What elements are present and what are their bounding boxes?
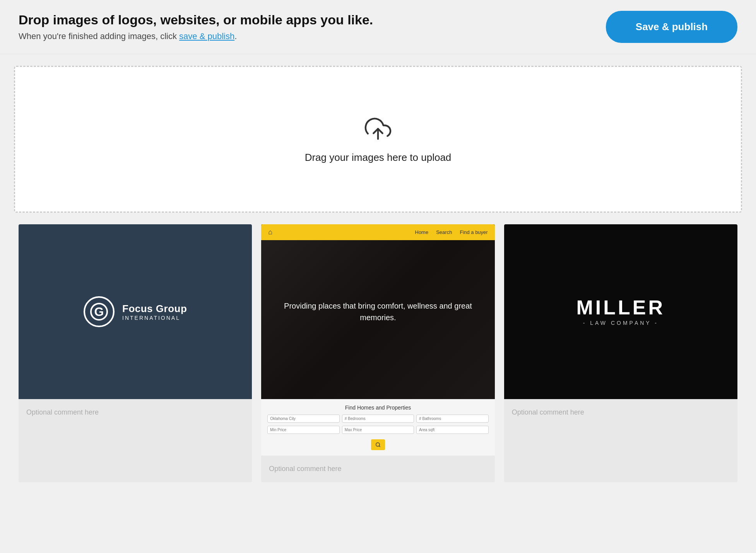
realestate-nav-search: Search <box>436 229 452 235</box>
header-subtitle-pre: When you're finished adding images, clic… <box>19 31 179 41</box>
card-realestate-image: ⌂ Home Search Find a buyer Providing pla… <box>261 224 494 399</box>
realestate-search-title: Find Homes and Properties <box>267 405 488 411</box>
search-field-minprice[interactable] <box>267 426 339 434</box>
realestate-logo-icon: ⌂ <box>268 228 272 236</box>
search-field-maxprice[interactable] <box>342 426 414 434</box>
svg-line-2 <box>379 446 380 447</box>
search-fields-row2 <box>267 426 488 434</box>
focus-group-icon-letter: G <box>94 305 104 319</box>
cards-grid: G Focus Group INTERNATIONAL Optional com… <box>0 224 756 482</box>
search-field-area[interactable] <box>416 426 488 434</box>
card-miller-law-image: MILLER - LAW COMPANY - <box>504 224 737 399</box>
header-text-block: Drop images of logos, websites, or mobil… <box>19 12 606 41</box>
search-field-bathrooms[interactable] <box>416 415 488 423</box>
miller-company-name: MILLER <box>576 297 665 317</box>
drop-zone[interactable]: Drag your images here to upload <box>14 66 742 213</box>
card-miller-law: MILLER - LAW COMPANY - Optional comment … <box>504 224 737 482</box>
save-publish-link[interactable]: save & publish <box>179 31 234 41</box>
upload-icon <box>364 115 392 144</box>
card-miller-law-comment[interactable]: Optional comment here <box>504 399 737 482</box>
realestate-overlay: Providing places that bring comfort, wel… <box>261 224 494 399</box>
realestate-nav-findbuyer: Find a buyer <box>460 229 487 235</box>
miller-company-sub: - LAW COMPANY - <box>576 320 665 326</box>
search-icon <box>375 442 381 447</box>
focus-group-logo: G Focus Group INTERNATIONAL <box>84 296 187 327</box>
search-button[interactable] <box>371 439 385 450</box>
card-focus-group-comment-text: Optional comment here <box>26 408 244 416</box>
header-subtitle-post: . <box>234 31 237 41</box>
focus-group-company-name: Focus Group <box>122 303 187 315</box>
search-fields <box>267 415 488 423</box>
card-miller-law-comment-text: Optional comment here <box>512 408 730 416</box>
save-publish-button[interactable]: Save & publish <box>606 11 737 43</box>
header-subtitle: When you're finished adding images, clic… <box>19 31 606 41</box>
realestate-nav: Home Search Find a buyer <box>415 229 488 235</box>
focus-group-text: Focus Group INTERNATIONAL <box>122 303 187 321</box>
card-focus-group: G Focus Group INTERNATIONAL Optional com… <box>19 224 252 482</box>
focus-group-icon: G <box>84 296 115 327</box>
drop-zone-container: Drag your images here to upload <box>0 54 756 224</box>
header-banner: Drop images of logos, websites, or mobil… <box>0 0 756 54</box>
card-realestate-comment-text: Optional comment here <box>269 465 487 473</box>
card-focus-group-comment[interactable]: Optional comment here <box>19 399 252 482</box>
realestate-search-panel: Find Homes and Properties <box>261 399 494 456</box>
search-field-bedrooms[interactable] <box>342 415 414 423</box>
search-field-city[interactable] <box>267 415 339 423</box>
realestate-hero-text: Providing places that bring comfort, wel… <box>261 300 494 323</box>
header-title: Drop images of logos, websites, or mobil… <box>19 12 606 27</box>
card-focus-group-image: G Focus Group INTERNATIONAL <box>19 224 252 399</box>
card-realestate: ⌂ Home Search Find a buyer Providing pla… <box>261 224 494 482</box>
realestate-nav-home: Home <box>415 229 429 235</box>
realestate-top-bar: ⌂ Home Search Find a buyer <box>261 224 494 240</box>
miller-logo: MILLER - LAW COMPANY - <box>576 297 665 326</box>
card-realestate-comment[interactable]: Optional comment here <box>261 456 494 482</box>
drop-zone-text: Drag your images here to upload <box>305 152 452 164</box>
focus-group-company-sub: INTERNATIONAL <box>122 315 187 321</box>
